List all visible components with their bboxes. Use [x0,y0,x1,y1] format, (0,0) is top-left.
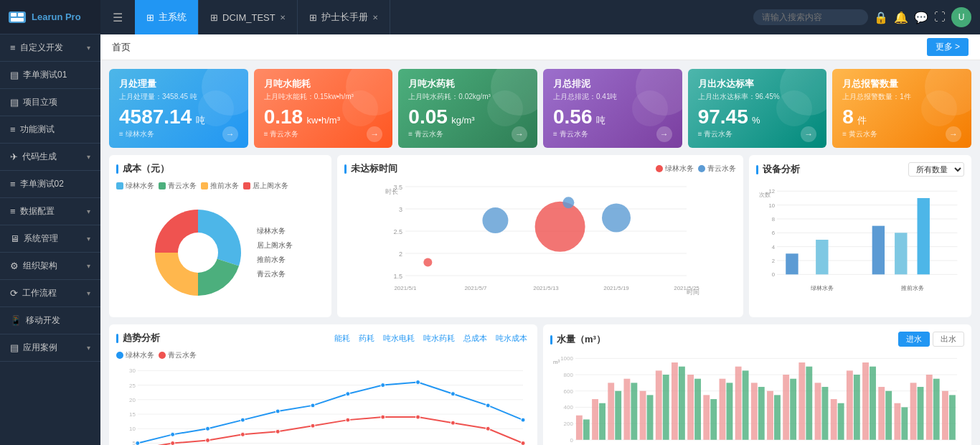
breadcrumb: 首页 [112,41,131,54]
line-dot [240,418,245,422]
kpi-row: 月处理量 上月处理量：3458.45 吨 4587.14 吨 ≡ 绿林水务 → … [109,69,971,148]
water-in-button[interactable]: 进水 [898,332,930,347]
tab-icon: ⊞ [309,12,317,23]
sidebar-item-left: ≡ 数据配置 [10,205,55,217]
svg-text:400: 400 [564,404,574,411]
legend-label: 绿林水务 [126,181,154,191]
sidebar-icon: ⟳ [10,288,18,299]
trend-filter-tab[interactable]: 总成本 [461,332,490,345]
svg-text:800: 800 [564,372,574,378]
legend-color [159,182,166,189]
sidebar-item-app-cases[interactable]: ▤ 应用案例 ▾ [0,334,100,362]
trend-filter-tab[interactable]: 吨水成本 [493,332,530,345]
water-out-button[interactable]: 出水 [933,332,964,347]
kpi-subtitle: 上月吨水药耗：0.02kg/m³ [408,92,527,102]
sidebar-item-sys-mgmt[interactable]: 🖥 系统管理 ▾ [0,225,100,253]
sidebar-item-left: ≡ 李单测试02 [10,178,64,190]
sidebar-item-label: 代码生成 [22,151,57,163]
chat-icon[interactable]: 💬 [914,11,928,24]
trend-filter-tab[interactable]: 吨水药耗 [420,332,458,345]
water-out-bar [743,370,749,439]
water-out-bar [599,403,606,440]
kpi-footer-label: ≡ 青云水务 [408,129,443,139]
water-in-bar [910,383,917,439]
sidebar-item-li-test02[interactable]: ≡ 李单测试02 [0,171,100,198]
water-in-bar [623,379,630,440]
water-out-bar [663,375,669,440]
kpi-arrow-button[interactable]: → [512,126,527,142]
sidebar-item-func-test[interactable]: ≡ 功能测试 [0,116,100,144]
user-avatar[interactable]: U [951,7,971,27]
svg-text:1000: 1000 [560,355,573,362]
kpi-subtitle: 上月吨水能耗：0.15kw•h/m³ [264,92,383,102]
tab-main[interactable]: ⊞主系统 [135,0,199,34]
water-in-bar [576,416,583,440]
sidebar-item-workflow[interactable]: ⟳ 工作流程 ▾ [0,280,100,307]
sidebar-item-left: ✈ 代码生成 [10,151,57,163]
legend-color [116,352,123,359]
sidebar-item-custom-dev[interactable]: ≡ 自定义开发 ▾ [0,34,100,62]
kpi-arrow-button[interactable]: → [367,126,382,142]
kpi-card-monthly-alarm: 月总报警数量 上月总报警数量：1件 8 件 ≡ 黄云水务 → [832,69,971,148]
sidebar-item-org-struct[interactable]: ⚙ 组织架构 ▾ [0,253,100,280]
sidebar-item-left: ▤ 项目立项 [10,96,57,108]
kpi-arrow-button[interactable]: → [222,126,238,142]
kpi-arrow-button[interactable]: → [656,126,672,142]
sidebar-item-mobile-dev[interactable]: 📱 移动开发 [0,307,100,334]
kpi-unit: 件 [857,115,867,126]
line-dot [381,415,385,419]
tab-dcim[interactable]: ⊞DCIM_TEST✕ [199,0,298,34]
trend-filter-tab[interactable]: 能耗 [331,332,353,345]
sidebar-item-project-mgmt[interactable]: ▤ 项目立项 [0,89,100,116]
legend-color [159,352,166,359]
trend-filter-tab[interactable]: 吨水电耗 [380,332,418,345]
standard-chart-title: 未达标时间 [344,162,397,175]
sidebar-item-data-config[interactable]: ≡ 数据配置 ▾ [0,198,100,225]
water-in-bar [720,379,726,440]
kpi-footer: ≡ 青云水务 → [698,126,817,142]
cost-legend-item: 绿林水务 [116,181,154,191]
kpi-arrow-button[interactable]: → [801,126,816,142]
bar-rect [786,253,798,274]
bubble-point [482,207,508,233]
kpi-unit: % [752,115,760,126]
sidebar-item-label: 组织架构 [23,260,57,272]
sidebar-item-code-gen[interactable]: ✈ 代码生成 ▾ [0,144,100,171]
tab-close-icon[interactable]: ✕ [280,14,286,22]
trend-filter-tab[interactable]: 药耗 [356,332,377,345]
more-button[interactable]: 更多 > [927,38,969,56]
main-content: ☰ ⊞主系统⊞DCIM_TEST✕⊞护士长手册✕ 🔒 🔔 💬 ⛶ U 首页 更多… [100,0,980,445]
line-dot [240,432,245,436]
water-in-bar [831,399,837,440]
content-area: 月处理量 上月处理量：3458.45 吨 4587.14 吨 ≡ 绿林水务 → … [100,60,980,445]
device-filter-select[interactable]: 所有数量 [908,162,964,177]
sidebar-item-left: 🖥 系统管理 [10,233,58,245]
kpi-footer: ≡ 青云水务 → [553,126,672,142]
menu-toggle-button[interactable]: ☰ [100,0,135,34]
cost-legend: 绿林水务青云水务推前水务居上阁水务 [116,181,324,191]
bell-icon[interactable]: 🔔 [894,11,908,24]
search-input[interactable] [753,9,868,25]
tab-close-icon[interactable]: ✕ [372,14,378,22]
sidebar-item-li-test01[interactable]: ▤ 李单测试01 [0,62,100,89]
sidebar-item-label: 工作流程 [22,287,57,299]
tab-icon: ⊞ [146,12,154,23]
water-in-bar [640,391,646,440]
tab-nurse[interactable]: ⊞护士长手册✕ [298,0,390,34]
kpi-arrow-button[interactable]: → [946,126,961,142]
sidebar-item-label: 自定义开发 [20,42,63,54]
line-series [138,383,523,444]
svg-text:10: 10 [129,426,136,432]
water-in-bar [926,375,933,440]
water-in-bar [608,383,614,439]
kpi-card-monthly-standard: 月出水达标率 上月出水达标率：96.45% 97.45 % ≡ 青云水务 → [688,69,827,148]
sidebar-item-label: 功能测试 [20,123,55,136]
sidebar-icon: ≡ [10,206,16,217]
expand-icon[interactable]: ⛶ [934,11,946,24]
sidebar-item-label: 李单测试02 [20,178,64,190]
pie-labels: 绿林水务 居上阁水务 推前水务 青云水务 [257,226,293,279]
svg-text:时间: 时间 [687,289,699,296]
water-in-bar [672,362,678,440]
svg-text:2021/5/13: 2021/5/13 [533,285,559,291]
lock-icon[interactable]: 🔒 [874,11,888,24]
